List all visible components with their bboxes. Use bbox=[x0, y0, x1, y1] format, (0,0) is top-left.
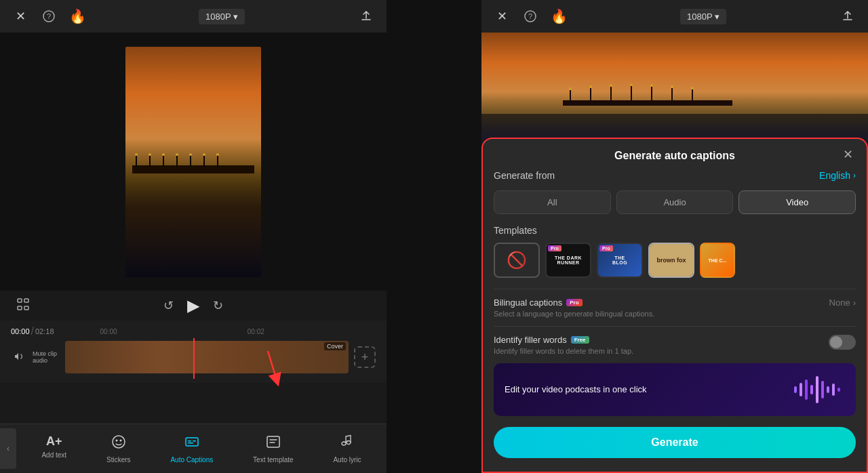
svg-text:?: ? bbox=[47, 12, 51, 20]
timeline-tracks: Mute clip audio Cover + bbox=[0, 338, 387, 379]
template-dark-preview: Pro THE DARKRUNNER bbox=[547, 244, 590, 276]
left-video-thumbnail bbox=[125, 47, 261, 277]
timeline-area: 00:00 / 02:18 00:00 00:02 Mute clip audi… bbox=[0, 321, 387, 383]
track-row-video: Mute clip audio Cover + bbox=[11, 341, 376, 373]
toolbar-item-add-text[interactable]: A+ Add text bbox=[36, 432, 72, 466]
svg-rect-20 bbox=[563, 100, 732, 106]
right-panel: ✕ ? 🔥 1080P ▾ bbox=[481, 0, 868, 473]
pier-light-3 bbox=[163, 153, 164, 167]
time-ruler: 00:00 / 02:18 00:00 00:02 bbox=[0, 325, 387, 338]
collapse-button[interactable]: ‹ bbox=[0, 428, 16, 469]
filler-free-badge: Free bbox=[571, 336, 589, 344]
left-resolution-button[interactable]: 1080P ▾ bbox=[199, 9, 245, 24]
stickers-label: Stickers bbox=[106, 456, 131, 464]
no-caption-icon: 🚫 bbox=[507, 251, 527, 270]
podcast-banner[interactable]: Edit your video podcasts in one click bbox=[494, 363, 856, 416]
right-top-bar-left: ✕ ? 🔥 bbox=[492, 7, 568, 26]
right-close-button[interactable]: ✕ bbox=[492, 7, 511, 26]
bilingual-captions-right[interactable]: None › bbox=[829, 297, 856, 308]
left-upload-button[interactable] bbox=[357, 7, 376, 26]
arrow-annotation bbox=[258, 348, 298, 388]
bilingual-captions-subtitle: Select a language to generate bilingual … bbox=[494, 310, 654, 318]
cover-label: Cover bbox=[324, 342, 346, 350]
modal-close-button[interactable]: ✕ bbox=[840, 146, 856, 163]
right-resolution-area: 1080P ▾ bbox=[680, 9, 726, 24]
toolbar-item-stickers[interactable]: Stickers bbox=[101, 432, 136, 466]
left-help-button[interactable]: ? bbox=[39, 7, 58, 26]
right-help-button[interactable]: ? bbox=[521, 7, 540, 26]
svg-point-10 bbox=[119, 439, 121, 441]
right-resolution-button[interactable]: 1080P ▾ bbox=[680, 9, 726, 24]
mute-icon[interactable] bbox=[11, 351, 27, 364]
svg-rect-15 bbox=[267, 436, 279, 447]
template-blue-preview: Pro THEBLOG bbox=[598, 244, 642, 276]
total-time: 02:18 bbox=[35, 327, 54, 335]
source-audio-button[interactable]: Audio bbox=[616, 190, 734, 214]
svg-rect-27 bbox=[692, 89, 693, 102]
pier-light-5 bbox=[190, 153, 191, 167]
template-brown-fox[interactable]: brown fox bbox=[648, 243, 694, 278]
svg-rect-43 bbox=[837, 388, 840, 392]
template-pro-badge-1: Pro bbox=[548, 245, 561, 251]
svg-rect-36 bbox=[800, 383, 802, 396]
svg-line-7 bbox=[268, 351, 277, 380]
right-flame-icon: 🔥 bbox=[549, 7, 568, 26]
svg-point-9 bbox=[115, 439, 117, 441]
source-all-button[interactable]: All bbox=[494, 190, 611, 214]
playback-controls: ↺ ▶ ↻ bbox=[163, 296, 223, 315]
left-panel: ✕ ? 🔥 1080P ▾ bbox=[0, 0, 387, 473]
template-partial[interactable]: THE C... bbox=[700, 243, 735, 278]
svg-rect-38 bbox=[810, 385, 813, 394]
auto-captions-modal: Generate auto captions ✕ Generate from E… bbox=[481, 138, 868, 473]
filler-words-toggle[interactable] bbox=[829, 335, 856, 350]
auto-lyrics-icon bbox=[340, 434, 355, 453]
svg-point-33 bbox=[671, 85, 673, 88]
bilingual-pro-badge: Pro bbox=[566, 299, 582, 306]
svg-rect-4 bbox=[18, 306, 22, 310]
undo-button[interactable]: ↺ bbox=[163, 298, 174, 313]
pier-light-2 bbox=[149, 153, 151, 167]
pier-light-1 bbox=[136, 153, 137, 167]
add-clip-button[interactable]: + bbox=[354, 346, 376, 368]
source-video-button[interactable]: Video bbox=[738, 190, 856, 214]
svg-rect-3 bbox=[24, 299, 28, 302]
fullscreen-button[interactable] bbox=[16, 297, 30, 314]
toggle-knob bbox=[830, 336, 842, 348]
template-none[interactable]: 🚫 bbox=[494, 243, 540, 278]
pier-light-7 bbox=[217, 153, 218, 167]
player-controls: ↺ ▶ ↻ bbox=[0, 291, 387, 321]
svg-rect-12 bbox=[188, 440, 191, 442]
template-dark-text[interactable]: Pro THE DARKRUNNER bbox=[545, 243, 591, 278]
template-brown-fox-label: brown fox bbox=[657, 257, 686, 264]
pier-light-4 bbox=[176, 153, 178, 167]
filler-words-left: Identify filler words Free Identify fill… bbox=[494, 335, 633, 355]
time-mark-0: 00:00 bbox=[100, 328, 117, 335]
video-clip[interactable]: Cover bbox=[65, 341, 349, 373]
toolbar-item-text-template[interactable]: Text template bbox=[248, 432, 298, 466]
auto-captions-label: Auto Captions bbox=[170, 456, 213, 464]
templates-title: Templates bbox=[494, 225, 856, 236]
text-template-label: Text template bbox=[253, 456, 293, 464]
svg-point-31 bbox=[630, 83, 633, 86]
filler-words-title: Identify filler words bbox=[494, 335, 567, 345]
time-mark-2: 00:02 bbox=[248, 328, 264, 335]
redo-button[interactable]: ↻ bbox=[213, 298, 223, 313]
right-upload-button[interactable] bbox=[838, 7, 857, 26]
bilingual-chevron-icon: › bbox=[853, 297, 856, 308]
arrow-area bbox=[0, 383, 387, 424]
left-close-button[interactable]: ✕ bbox=[11, 7, 30, 26]
template-blue-text[interactable]: Pro THEBLOG bbox=[597, 243, 643, 278]
generate-from-row: Generate from English › bbox=[494, 170, 856, 181]
left-top-bar: ✕ ? 🔥 1080P ▾ bbox=[0, 0, 387, 33]
add-text-label: Add text bbox=[41, 451, 66, 459]
podcast-banner-visual bbox=[791, 373, 845, 407]
play-button[interactable]: ▶ bbox=[187, 296, 199, 315]
generate-from-value[interactable]: English › bbox=[819, 170, 856, 181]
svg-point-32 bbox=[650, 84, 653, 87]
toolbar-item-auto-captions[interactable]: Auto Captions bbox=[165, 432, 218, 466]
generate-button[interactable]: Generate bbox=[494, 427, 856, 458]
filler-title-row: Identify filler words Free bbox=[494, 335, 633, 345]
left-top-bar-right bbox=[357, 7, 376, 26]
toolbar-item-auto-lyrics[interactable]: Auto lyric bbox=[328, 432, 366, 466]
left-flame-icon: 🔥 bbox=[68, 7, 87, 26]
